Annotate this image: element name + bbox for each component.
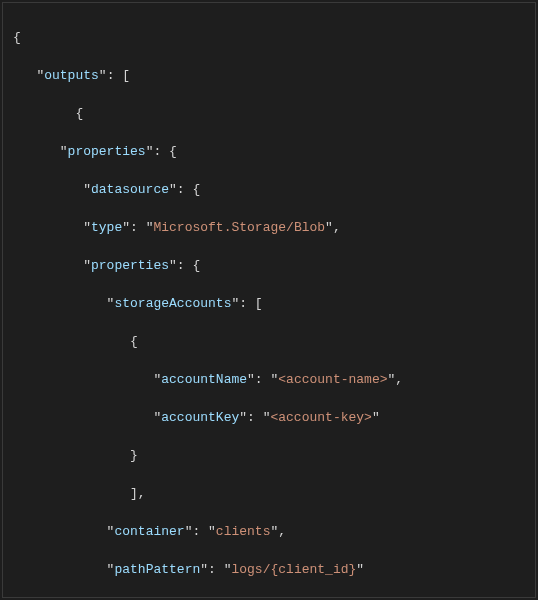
- code-line: "container": "clients",: [13, 522, 535, 541]
- json-key: datasource: [91, 182, 169, 197]
- code-line: "outputs": [: [13, 66, 535, 85]
- code-line: ],: [13, 484, 535, 503]
- json-key: container: [114, 524, 184, 539]
- json-key: pathPattern: [114, 562, 200, 577]
- code-line: "type": "Microsoft.Storage/Blob",: [13, 218, 535, 237]
- code-line: "properties": {: [13, 142, 535, 161]
- json-string: Microsoft.Storage/Blob: [153, 220, 325, 235]
- code-line: {: [13, 28, 535, 47]
- json-key: outputs: [44, 68, 99, 83]
- json-key: type: [91, 220, 122, 235]
- json-string: clients: [216, 524, 271, 539]
- json-key: properties: [68, 144, 146, 159]
- code-line: "accountName": "<account-name>",: [13, 370, 535, 389]
- json-key: properties: [91, 258, 169, 273]
- json-key: accountKey: [161, 410, 239, 425]
- code-line: "properties": {: [13, 256, 535, 275]
- code-line: }: [13, 446, 535, 465]
- code-line: "accountKey": "<account-key>": [13, 408, 535, 427]
- code-line: {: [13, 104, 535, 123]
- json-string: logs/{client_id}: [231, 562, 356, 577]
- json-key: accountName: [161, 372, 247, 387]
- json-key: storageAccounts: [114, 296, 231, 311]
- code-line: "pathPattern": "logs/{client_id}": [13, 560, 535, 579]
- code-line: "storageAccounts": [: [13, 294, 535, 313]
- json-string: <account-name>: [278, 372, 387, 387]
- code-editor: { "outputs": [ { "properties": { "dataso…: [2, 2, 536, 598]
- code-line: {: [13, 332, 535, 351]
- code-line: "datasource": {: [13, 180, 535, 199]
- json-string: <account-key>: [270, 410, 371, 425]
